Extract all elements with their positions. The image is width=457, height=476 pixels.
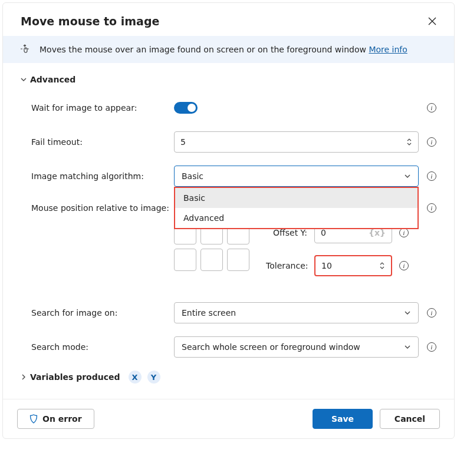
search-mode-select[interactable]: Search whole screen or foreground window	[174, 336, 419, 358]
chevron-down-icon	[404, 343, 411, 351]
algorithm-option-basic[interactable]: Basic	[175, 188, 417, 208]
variable-x-badge[interactable]: X	[129, 371, 142, 384]
info-icon[interactable]: i	[427, 137, 436, 147]
cancel-button[interactable]: Cancel	[380, 409, 440, 429]
move-mouse-icon	[21, 44, 31, 55]
search-on-row: Search for image on: Entire screen i	[21, 302, 436, 323]
search-on-label: Search for image on:	[21, 308, 174, 318]
mouse-position-label: Mouse position relative to image:	[21, 200, 174, 213]
shield-icon	[29, 414, 38, 424]
grid-cell[interactable]	[174, 249, 196, 271]
close-icon	[428, 17, 436, 25]
chevron-right-icon	[21, 374, 27, 380]
tolerance-input[interactable]: 10	[314, 255, 392, 276]
banner-text: Moves the mouse over an image found on s…	[40, 45, 407, 54]
info-icon[interactable]: i	[427, 171, 436, 181]
info-icon[interactable]: i	[427, 308, 436, 318]
save-button[interactable]: Save	[313, 409, 373, 429]
dialog-title: Move mouse to image	[21, 15, 159, 28]
search-mode-label: Search mode:	[21, 342, 174, 352]
chevron-down-icon	[404, 173, 411, 180]
search-on-select[interactable]: Entire screen	[174, 302, 419, 323]
close-button[interactable]	[425, 14, 440, 29]
step-down-icon[interactable]	[406, 143, 412, 146]
offset-y-label: Offset Y:	[266, 228, 307, 237]
info-icon[interactable]: i	[399, 261, 409, 270]
chevron-down-icon	[21, 77, 27, 82]
fail-timeout-row: Fail timeout: 5 i	[21, 131, 436, 153]
variable-y-badge[interactable]: Y	[147, 371, 160, 384]
dialog-footer: On error Save Cancel	[3, 399, 454, 438]
step-up-icon[interactable]	[379, 262, 385, 266]
advanced-section-toggle[interactable]: Advanced	[21, 75, 436, 84]
dialog-body: Advanced Wait for image to appear: i Fai…	[3, 63, 454, 399]
tolerance-label: Tolerance:	[266, 261, 307, 270]
chevron-down-icon	[404, 309, 411, 316]
dialog: Move mouse to image Moves the mouse over…	[2, 2, 455, 439]
algorithm-dropdown: Basic Advanced	[174, 187, 419, 229]
grid-cell[interactable]	[227, 249, 249, 271]
algorithm-select[interactable]: Basic	[174, 166, 419, 187]
dialog-header: Move mouse to image	[3, 3, 454, 36]
stepper[interactable]	[379, 262, 385, 270]
fail-timeout-input[interactable]: 5	[174, 131, 419, 153]
stepper[interactable]	[406, 138, 412, 146]
algorithm-option-advanced[interactable]: Advanced	[175, 208, 417, 228]
algorithm-label: Image matching algorithm:	[21, 171, 174, 181]
wait-for-image-toggle[interactable]	[174, 102, 198, 114]
info-icon[interactable]: i	[427, 203, 436, 213]
wait-for-image-label: Wait for image to appear:	[21, 103, 174, 113]
fail-timeout-label: Fail timeout:	[21, 137, 174, 147]
info-icon[interactable]: i	[399, 228, 409, 237]
algorithm-row: Image matching algorithm: Basic i Basic …	[21, 166, 436, 187]
step-down-icon[interactable]	[379, 266, 385, 270]
variable-placeholder-icon[interactable]: {x}	[369, 228, 386, 237]
wait-for-image-row: Wait for image to appear: i	[21, 97, 436, 118]
variables-produced-toggle[interactable]: Variables produced X Y	[21, 371, 436, 384]
step-up-icon[interactable]	[406, 138, 412, 142]
info-icon[interactable]: i	[427, 103, 436, 113]
description-banner: Moves the mouse over an image found on s…	[3, 36, 454, 63]
on-error-button[interactable]: On error	[17, 409, 94, 429]
info-icon[interactable]: i	[427, 342, 436, 352]
more-info-link[interactable]: More info	[369, 45, 407, 54]
search-mode-row: Search mode: Search whole screen or fore…	[21, 336, 436, 358]
tolerance-row: Tolerance: 10 i	[266, 255, 409, 276]
grid-cell[interactable]	[200, 249, 223, 271]
position-grid	[174, 222, 249, 271]
